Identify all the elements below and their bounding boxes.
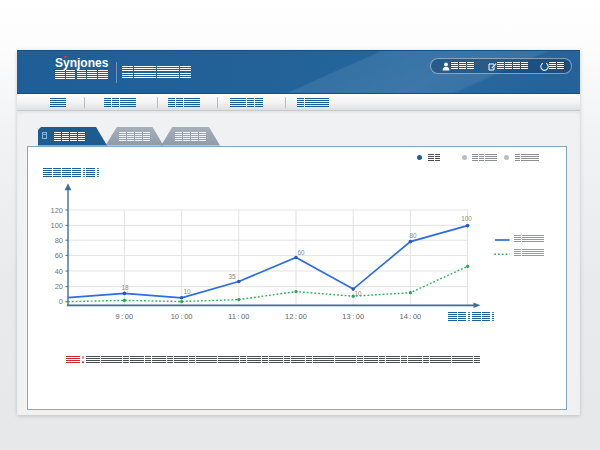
svg-text:120: 120: [50, 205, 63, 214]
svg-text:14 : 00: 14 : 00: [400, 312, 422, 321]
svg-text:10: 10: [355, 289, 363, 296]
svg-text:13 : 00: 13 : 00: [342, 312, 364, 321]
svg-text:60: 60: [55, 250, 63, 259]
svg-text:10: 10: [183, 288, 191, 295]
svg-text:80: 80: [409, 231, 417, 238]
svg-text:9 : 00: 9 : 00: [116, 312, 134, 321]
svg-text:18: 18: [121, 283, 129, 290]
svg-text:35: 35: [229, 273, 237, 280]
svg-text:11 : 00: 11 : 00: [228, 312, 249, 321]
svg-text:12 : 00: 12 : 00: [285, 312, 307, 321]
svg-text:10 : 00: 10 : 00: [171, 312, 193, 321]
svg-text:80: 80: [55, 235, 63, 244]
svg-text:20: 20: [55, 282, 63, 291]
svg-text:100: 100: [50, 220, 63, 229]
svg-text:0: 0: [59, 297, 63, 306]
svg-text:60: 60: [298, 248, 306, 255]
svg-text:40: 40: [55, 266, 63, 275]
svg-text:100: 100: [461, 215, 472, 222]
